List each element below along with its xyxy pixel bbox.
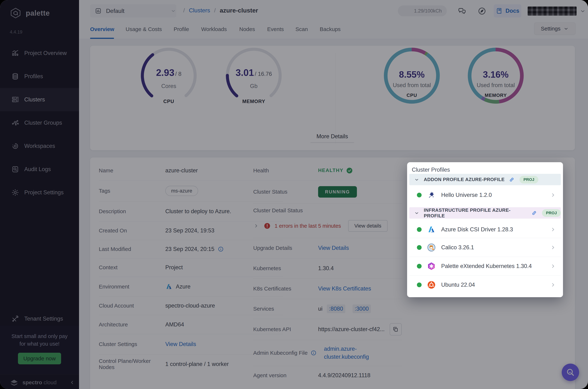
sidebar-item-clusters[interactable]: Clusters: [0, 88, 79, 111]
detail-row-services: Services ui :8080 :3000: [253, 299, 493, 319]
service-port-link[interactable]: :3000: [353, 304, 371, 313]
chevron-right-icon: [550, 282, 556, 288]
addon-profile-header[interactable]: ADDON PROFILE AZURE-PROFILE PROJ: [409, 174, 561, 185]
project-selector-value: Default: [106, 8, 124, 14]
calico-icon: [427, 243, 436, 252]
server-icon: [11, 96, 19, 104]
memory-usage-caption: MEMORY: [468, 93, 524, 98]
tab-backups[interactable]: Backups: [320, 26, 340, 32]
profile-item-hello-universe[interactable]: Hello Universe 1.2.0: [409, 185, 561, 205]
breadcrumb-clusters-link[interactable]: Clusters: [189, 7, 210, 14]
tools-icon: [11, 315, 19, 323]
detail-row-kubeconfig: Admin Kubeconfig File admin.azure- clust…: [253, 340, 493, 366]
section-title: INFRASTRUCTURE PROFILE AZURE-PROFILE: [424, 207, 527, 219]
palette-kubernetes-icon: [427, 262, 436, 270]
docs-label: Docs: [505, 8, 519, 14]
project-selector[interactable]: Default: [90, 4, 176, 17]
footer-brand-light: cloud: [44, 379, 56, 386]
running-status-pill: RUNNING: [318, 186, 357, 197]
book-icon: [496, 7, 503, 15]
info-icon[interactable]: [310, 350, 317, 356]
sidebar-item-profiles[interactable]: Profiles: [0, 65, 79, 88]
brand-logo: palette: [9, 6, 75, 20]
expand-chevron-icon[interactable]: [253, 223, 259, 229]
tab-scan[interactable]: Scan: [295, 26, 308, 32]
memory-usage-percent: 3.16%: [468, 69, 524, 80]
palette-logo-icon: [9, 6, 22, 20]
utilization-card: 2.93 / 8 Cores CPU 3.01 / 16.76 Gb MEMOR…: [90, 46, 575, 150]
topbar: Default / Clusters / azure-cluster 1.29/…: [79, 0, 588, 22]
sidebar-item-label: Project Settings: [24, 189, 64, 196]
detail-row-detail-status: Cluster Detail Status 1 errors in the la…: [253, 207, 388, 232]
status-dot: [417, 245, 421, 250]
app-window: palette 4.4.19 Project Overview: [0, 0, 588, 389]
error-icon: [264, 223, 271, 229]
info-icon[interactable]: [218, 246, 224, 252]
more-details-button[interactable]: More Details: [310, 133, 354, 140]
tabs-bar: Overview Usage & Costs Profile Workloads…: [79, 22, 588, 39]
tab-profile[interactable]: Profile: [174, 26, 189, 32]
chevron-down-icon: [414, 210, 420, 216]
tab-events[interactable]: Events: [267, 26, 284, 32]
cpu-gauge-unit: Cores: [140, 83, 198, 90]
status-dot: [417, 283, 421, 287]
memory-gauge-value: 3.01 / 16.76: [225, 67, 283, 78]
project-chart-icon: [95, 7, 102, 14]
memory-gauge-caption: MEMORY: [225, 99, 283, 104]
user-menu-redacted[interactable]: [528, 6, 577, 16]
detail-row-agent: Agent version4.4.9/20240912.1118: [253, 366, 493, 385]
kubeconfig-file-link[interactable]: admin.azure- cluster.kubeconfig: [324, 345, 369, 361]
k8s-certificates-link[interactable]: View K8s Certificates: [318, 285, 371, 292]
cpu-usage-caption: CPU: [384, 93, 440, 98]
scope-badge: PROJ: [542, 209, 561, 217]
profile-item-ubuntu[interactable]: Ubuntu 22.04: [409, 276, 561, 294]
status-dot: [417, 227, 421, 232]
check-circle-icon: [346, 167, 353, 174]
settings-button[interactable]: Settings: [534, 23, 576, 35]
profile-item-azure-disk[interactable]: Azure Disk CSI Driver 1.28.3: [409, 221, 561, 238]
panel-title: Cluster Profiles: [412, 166, 450, 173]
cpu-gauge-value: 2.93 / 8: [140, 67, 198, 78]
profile-item-pxk[interactable]: Palette eXtended Kubernetes 1.30.4: [409, 257, 561, 275]
spectro-cloud-logo-icon: [9, 378, 19, 387]
cluster-profiles-panel: Cluster Profiles ADDON PROFILE AZURE-PRO…: [407, 162, 563, 297]
usage-badge-value: 1.29/100kCh: [414, 8, 442, 14]
tag-pill: ms-azure: [165, 186, 198, 196]
upgrade-details-link[interactable]: View Details: [318, 245, 349, 251]
user-chevron-down-icon[interactable]: [580, 8, 586, 14]
memory-gauge-unit: Gb: [225, 83, 283, 90]
copy-button[interactable]: [390, 323, 402, 335]
sidebar-collapse-icon[interactable]: [69, 380, 75, 385]
tab-workloads[interactable]: Workloads: [201, 26, 227, 32]
tab-overview[interactable]: Overview: [90, 26, 114, 32]
sidebar-item-label: Project Overview: [24, 50, 67, 56]
search-assistant-button[interactable]: [562, 364, 579, 381]
tab-usage-costs[interactable]: Usage & Costs: [126, 26, 162, 32]
profile-item-calico[interactable]: Calico 3.26.1: [409, 238, 561, 257]
compass-icon[interactable]: [477, 6, 486, 16]
more-details-underline: [310, 142, 354, 143]
sidebar-item-audit-logs[interactable]: Audit Logs: [0, 158, 79, 181]
sidebar: palette 4.4.19 Project Overview: [0, 0, 79, 389]
infrastructure-profile-header[interactable]: INFRASTRUCTURE PROFILE AZURE-PROFILE PRO…: [409, 207, 561, 219]
sidebar-item-project-overview[interactable]: Project Overview: [0, 41, 79, 65]
sidebar-item-tenant-settings[interactable]: Tenant Settings: [0, 307, 79, 330]
sidebar-item-workspaces[interactable]: Workspaces: [0, 134, 79, 158]
link-icon: [531, 210, 537, 216]
upgrade-now-button[interactable]: Upgrade now: [18, 353, 61, 364]
sidebar-item-cluster-groups[interactable]: Cluster Groups: [0, 111, 79, 134]
hello-universe-icon: [427, 191, 436, 199]
sidebar-item-label: Clusters: [24, 96, 45, 103]
active-tab-underline: [90, 38, 114, 39]
docs-link[interactable]: Docs: [494, 4, 521, 17]
view-details-button[interactable]: View details: [348, 220, 388, 232]
sidebar-footer-divider: [0, 374, 79, 374]
layers-icon: [11, 72, 19, 80]
breadcrumb-current: azure-cluster: [220, 7, 258, 14]
sidebar-item-project-settings[interactable]: Project Settings: [0, 181, 79, 204]
tab-nodes[interactable]: Nodes: [239, 26, 255, 32]
cluster-settings-link[interactable]: View Details: [165, 341, 196, 348]
chevron-right-icon: [550, 244, 556, 251]
chat-icon[interactable]: [457, 6, 467, 16]
service-port-link[interactable]: :8080: [327, 304, 345, 313]
